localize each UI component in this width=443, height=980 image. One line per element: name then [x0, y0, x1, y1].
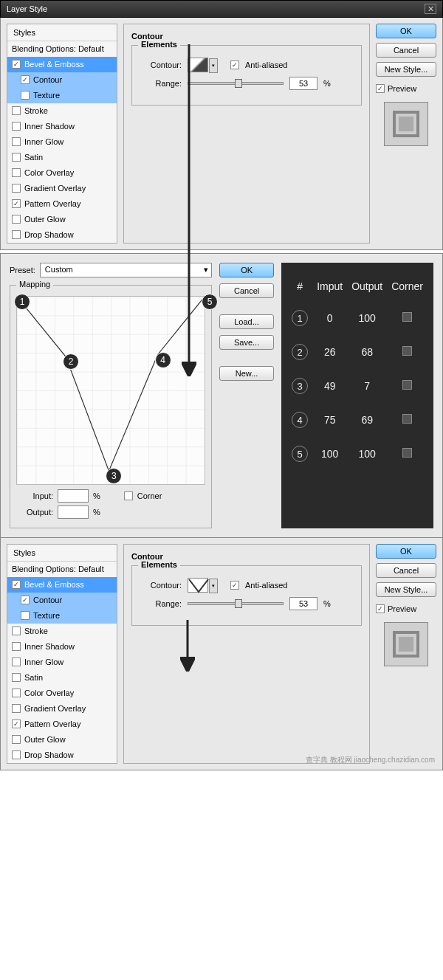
style-checkbox[interactable] — [12, 750, 21, 759]
style-checkbox[interactable] — [12, 627, 21, 635]
style-item[interactable]: Pattern Overlay — [7, 717, 117, 732]
style-item[interactable]: Inner Shadow — [7, 119, 117, 134]
style-item[interactable]: Color Overlay — [7, 686, 117, 701]
style-item[interactable]: Outer Glow — [7, 732, 117, 748]
style-item[interactable]: Texture — [7, 88, 117, 103]
style-checkbox[interactable] — [12, 199, 21, 208]
chevron-down-icon[interactable]: ▾ — [209, 58, 218, 73]
range-slider[interactable] — [188, 602, 284, 605]
row-badge: 2 — [292, 344, 308, 360]
anti-aliased-checkbox[interactable] — [230, 61, 239, 69]
style-item[interactable]: Outer Glow — [7, 212, 117, 227]
style-checkbox[interactable] — [12, 704, 21, 713]
load-button[interactable]: Load... — [219, 314, 274, 329]
style-item[interactable]: Inner Shadow — [7, 639, 117, 655]
style-checkbox[interactable] — [21, 596, 30, 604]
style-checkbox[interactable] — [12, 106, 21, 115]
new-style-button[interactable]: New Style... — [376, 62, 436, 77]
style-checkbox[interactable] — [12, 720, 21, 728]
range-input[interactable] — [289, 77, 317, 90]
corner-checkbox[interactable] — [402, 414, 412, 424]
style-checkbox[interactable] — [12, 137, 21, 146]
contour-picker[interactable]: ▾ — [188, 58, 208, 72]
style-checkbox[interactable] — [12, 168, 21, 177]
curve-point-badge[interactable]: 5 — [202, 294, 218, 310]
blending-options[interactable]: Blending Options: Default — [7, 41, 117, 57]
style-checkbox[interactable] — [21, 611, 30, 620]
ok-button[interactable]: OK — [376, 544, 436, 559]
input-field[interactable] — [58, 489, 89, 503]
styles-list: Styles Blending Options: Default Bevel &… — [7, 24, 117, 244]
slider-thumb[interactable] — [235, 79, 242, 88]
layer-style-dialog-top: Styles Blending Options: Default Bevel &… — [0, 18, 443, 250]
corner-checkbox[interactable] — [402, 346, 412, 356]
new-button[interactable]: New... — [219, 366, 274, 381]
blending-options[interactable]: Blending Options: Default — [7, 562, 117, 577]
style-checkbox[interactable] — [12, 658, 21, 666]
mapping-label: Mapping — [16, 280, 53, 289]
style-item[interactable]: Contour — [7, 72, 117, 88]
style-item[interactable]: Drop Shadow — [7, 748, 117, 763]
style-item[interactable]: Texture — [7, 608, 117, 624]
editor-ok-button[interactable]: OK — [219, 263, 274, 277]
style-checkbox[interactable] — [12, 673, 21, 682]
style-checkbox[interactable] — [12, 60, 21, 69]
corner-checkbox[interactable] — [402, 380, 412, 390]
save-button[interactable]: Save... — [219, 335, 274, 350]
table-row: 2 26 68 — [287, 335, 427, 369]
style-checkbox[interactable] — [12, 580, 21, 589]
style-item[interactable]: Inner Glow — [7, 655, 117, 670]
preview-checkbox[interactable] — [376, 604, 385, 613]
input-io-label: Input: — [16, 491, 53, 500]
style-item[interactable]: Bevel & Emboss — [7, 57, 117, 72]
preset-select[interactable]: Custom — [40, 263, 212, 277]
style-item[interactable]: Pattern Overlay — [7, 196, 117, 212]
corner-checkbox[interactable] — [124, 491, 133, 500]
style-checkbox[interactable] — [12, 153, 21, 162]
style-item[interactable]: Color Overlay — [7, 165, 117, 181]
chevron-down-icon[interactable]: ▾ — [209, 579, 218, 593]
style-checkbox[interactable] — [21, 91, 30, 100]
output-field[interactable] — [58, 505, 89, 519]
style-checkbox[interactable] — [12, 184, 21, 193]
style-checkbox[interactable] — [12, 642, 21, 651]
range-input[interactable] — [289, 597, 317, 610]
style-item[interactable]: Stroke — [7, 624, 117, 639]
style-item[interactable]: Bevel & Emboss — [7, 577, 117, 593]
table-row: 1 0 100 — [287, 301, 427, 335]
close-icon[interactable]: ✕ — [425, 4, 436, 14]
style-checkbox[interactable] — [12, 215, 21, 224]
style-item[interactable]: Gradient Overlay — [7, 701, 117, 717]
range-slider[interactable] — [188, 82, 284, 85]
anti-aliased-checkbox[interactable] — [230, 581, 239, 590]
contour-picker-result[interactable]: ▾ — [188, 578, 208, 593]
cancel-button[interactable]: Cancel — [376, 563, 436, 578]
contour-options-panel: Contour Elements Contour: ▾ Anti-aliased… — [123, 24, 370, 244]
style-item[interactable]: Contour — [7, 593, 117, 608]
corner-checkbox[interactable] — [402, 312, 412, 322]
ok-button[interactable]: OK — [376, 24, 436, 38]
style-checkbox[interactable] — [12, 122, 21, 131]
new-style-button[interactable]: New Style... — [376, 582, 436, 597]
cancel-button[interactable]: Cancel — [376, 43, 436, 58]
style-item[interactable]: Gradient Overlay — [7, 181, 117, 196]
editor-cancel-button[interactable]: Cancel — [219, 283, 274, 298]
style-item[interactable]: Inner Glow — [7, 134, 117, 150]
dialog-buttons: OK Cancel New Style... Preview — [376, 24, 436, 244]
curve-point-badge[interactable]: 1 — [14, 294, 30, 310]
curve-point-badge[interactable]: 4 — [155, 352, 171, 368]
contour-curve[interactable]: 12345 — [16, 296, 205, 485]
table-row: 5 100 100 — [287, 437, 427, 471]
style-item[interactable]: Drop Shadow — [7, 227, 117, 243]
corner-checkbox[interactable] — [402, 448, 412, 458]
contour-points-table: #ImputOutputCorner 1 0 100 2 26 68 3 49 … — [281, 263, 433, 528]
style-checkbox[interactable] — [12, 230, 21, 239]
style-item[interactable]: Stroke — [7, 103, 117, 119]
style-checkbox[interactable] — [12, 689, 21, 697]
style-checkbox[interactable] — [12, 735, 21, 744]
style-checkbox[interactable] — [21, 75, 30, 84]
style-item[interactable]: Satin — [7, 150, 117, 165]
layer-style-dialog-bottom: Styles Blending Options: Default Bevel &… — [0, 538, 443, 770]
style-item[interactable]: Satin — [7, 670, 117, 686]
preview-checkbox[interactable] — [376, 84, 385, 93]
